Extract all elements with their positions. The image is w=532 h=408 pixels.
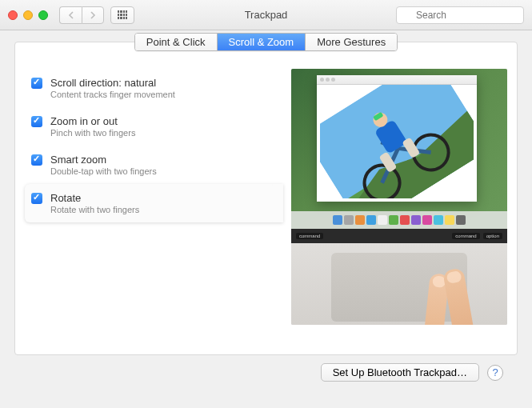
preview-dock: [291, 211, 507, 229]
preview-keyboard-row: command command option: [291, 229, 507, 243]
tab-more-gestures[interactable]: More Gestures: [306, 34, 397, 50]
preview-fingers: [392, 269, 480, 325]
checkbox-icon[interactable]: [31, 154, 42, 166]
minimize-window-button[interactable]: [23, 10, 33, 20]
option-title: Rotate: [50, 192, 139, 204]
preview-window: [317, 75, 477, 202]
close-window-button[interactable]: [8, 10, 18, 20]
option-smart-zoom[interactable]: Smart zoom Double-tap with two fingers: [25, 146, 283, 184]
tab-bar: Point & Click Scroll & Zoom More Gesture…: [134, 33, 398, 51]
titlebar: Trackpad: [0, 0, 532, 30]
tab-scroll-zoom[interactable]: Scroll & Zoom: [218, 34, 306, 50]
preview-trackpad: [291, 243, 507, 325]
grid-icon: [118, 10, 127, 20]
options-list: Scroll direction: natural Content tracks…: [25, 69, 283, 325]
option-desc: Rotate with two fingers: [50, 205, 139, 214]
option-scroll-direction[interactable]: Scroll direction: natural Content tracks…: [25, 69, 283, 107]
preferences-panel: Point & Click Scroll & Zoom More Gesture…: [14, 42, 518, 355]
checkbox-icon[interactable]: [31, 78, 42, 89]
option-title: Smart zoom: [50, 154, 157, 166]
chevron-left-icon: [68, 11, 74, 19]
preview-desktop: [291, 69, 507, 229]
checkbox-icon[interactable]: [31, 193, 42, 204]
back-button[interactable]: [59, 6, 82, 24]
show-all-button[interactable]: [110, 6, 134, 24]
chevron-right-icon: [90, 11, 96, 19]
nav-buttons: [59, 6, 104, 24]
option-rotate[interactable]: Rotate Rotate with two fingers: [25, 184, 283, 222]
help-button[interactable]: ?: [487, 365, 503, 381]
setup-bluetooth-button[interactable]: Set Up Bluetooth Trackpad…: [321, 363, 479, 382]
option-title: Zoom in or out: [50, 115, 135, 127]
forward-button[interactable]: [82, 6, 104, 24]
window-controls: [8, 10, 48, 20]
option-desc: Double-tap with two fingers: [50, 166, 157, 176]
option-zoom[interactable]: Zoom in or out Pinch with two fingers: [25, 107, 283, 146]
option-desc: Content tracks finger movement: [50, 90, 175, 99]
search-input[interactable]: [396, 6, 524, 24]
tab-point-click[interactable]: Point & Click: [135, 34, 218, 50]
checkbox-icon[interactable]: [31, 116, 42, 127]
option-title: Scroll direction: natural: [50, 77, 175, 89]
option-desc: Pinch with two fingers: [50, 128, 135, 138]
zoom-window-button[interactable]: [38, 10, 48, 20]
preview-photo: [320, 85, 474, 198]
gesture-preview: command command option: [291, 69, 507, 325]
